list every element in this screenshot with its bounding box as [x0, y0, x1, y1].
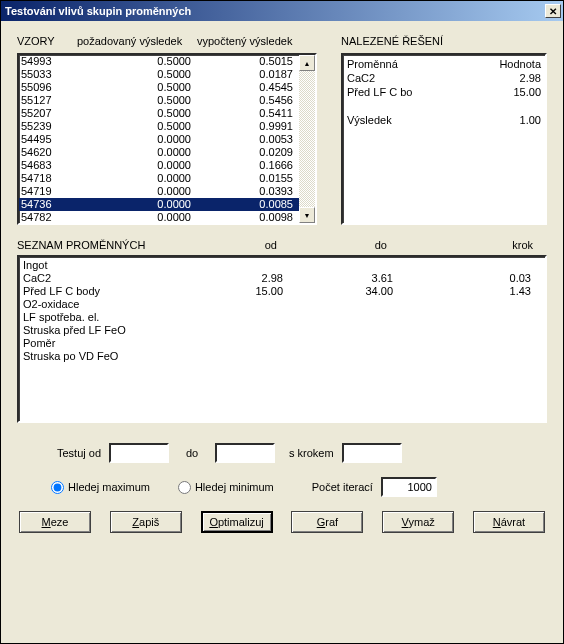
header-nalezene: NALEZENÉ ŘEŠENÍ	[341, 35, 443, 47]
list-item[interactable]: CaC22.98	[347, 71, 541, 85]
vzory-listbox[interactable]: 549930.50000.5015550330.50000.0187550960…	[17, 53, 317, 225]
reseni-header: Proměnná Hodnota	[347, 57, 541, 71]
var-headers: SEZNAM PROMĚNNÝCH od do krok	[17, 239, 547, 251]
label-hledej-max: Hledej maximum	[68, 481, 150, 493]
reseni-result-value: 1.00	[481, 113, 541, 127]
input-iteraci[interactable]	[381, 477, 437, 497]
table-row[interactable]: 546830.00000.1666	[19, 159, 299, 172]
radio-hledej-min[interactable]	[178, 481, 191, 494]
table-row[interactable]: 547360.00000.0085	[19, 198, 299, 211]
list-item[interactable]: CaC22.983.610.03	[23, 272, 541, 285]
radio-hledej-min-wrap[interactable]: Hledej minimum	[178, 481, 274, 494]
reseni-result-label: Výsledek	[347, 113, 481, 127]
scroll-down-button[interactable]: ▼	[299, 207, 315, 223]
list-item[interactable]: Před LF C bo15.00	[347, 85, 541, 99]
table-row[interactable]: 552070.50000.5411	[19, 107, 299, 120]
scroll-track[interactable]	[299, 71, 315, 207]
radio-controls: Hledej maximum Hledej minimum Počet iter…	[37, 477, 527, 497]
header-seznam: SEZNAM PROMĚNNÝCH	[17, 239, 197, 251]
scroll-up-button[interactable]: ▲	[299, 55, 315, 71]
zapis-button[interactable]: Zapiš	[110, 511, 182, 533]
header-pozadovany: požadovaný výsledek	[77, 35, 197, 47]
controls-area: Testuj od do s krokem Hledej maximum Hle…	[17, 443, 547, 497]
table-row[interactable]: 550960.50000.4545	[19, 81, 299, 94]
table-row[interactable]: 550330.50000.0187	[19, 68, 299, 81]
close-button[interactable]: ✕	[545, 4, 561, 18]
optimalizuj-button[interactable]: Optimalizuj	[201, 511, 273, 533]
list-item[interactable]: O2-oxidace	[23, 298, 541, 311]
window-title: Testování vlivů skupin proměnných	[5, 5, 545, 17]
input-od[interactable]	[109, 443, 169, 463]
radio-hledej-max-wrap[interactable]: Hledej maximum	[51, 481, 150, 494]
header-krok: krok	[387, 239, 547, 251]
lists-row: 549930.50000.5015550330.50000.0187550960…	[17, 53, 547, 225]
radio-hledej-max[interactable]	[51, 481, 64, 494]
top-headers: VZORY požadovaný výsledek vypočtený výsl…	[17, 35, 547, 47]
label-testuj-od: Testuj od	[37, 447, 101, 459]
vymaz-button[interactable]: Vymaž	[382, 511, 454, 533]
table-row[interactable]: 547190.00000.0393	[19, 185, 299, 198]
table-row[interactable]: 547820.00000.0098	[19, 211, 299, 223]
table-row[interactable]: 551270.50000.5456	[19, 94, 299, 107]
scrollbar[interactable]: ▲ ▼	[299, 55, 315, 223]
header-od: od	[197, 239, 277, 251]
list-item[interactable]: Poměr	[23, 337, 541, 350]
list-item[interactable]: Struska po VD FeO	[23, 350, 541, 363]
variables-listbox[interactable]: IngotCaC22.983.610.03Před LF C body15.00…	[17, 255, 547, 423]
table-row[interactable]: 549930.50000.5015	[19, 55, 299, 68]
reseni-h-promenna: Proměnná	[347, 57, 481, 71]
header-vzory: VZORY	[17, 35, 77, 47]
list-item[interactable]: Ingot	[23, 259, 541, 272]
reseni-h-hodnota: Hodnota	[481, 57, 541, 71]
table-row[interactable]: 546200.00000.0209	[19, 146, 299, 159]
list-item[interactable]: Před LF C body15.0034.001.43	[23, 285, 541, 298]
reseni-listbox[interactable]: Proměnná Hodnota CaC22.98Před LF C bo15.…	[341, 53, 547, 225]
range-controls: Testuj od do s krokem	[37, 443, 527, 463]
table-row[interactable]: 552390.50000.9991	[19, 120, 299, 133]
table-row[interactable]: 547180.00000.0155	[19, 172, 299, 185]
list-item[interactable]: LF spotřeba. el.	[23, 311, 541, 324]
navrat-button[interactable]: Návrat	[473, 511, 545, 533]
header-vypocteny: vypočtený výsledek	[197, 35, 292, 47]
titlebar: Testování vlivů skupin proměnných ✕	[1, 1, 563, 21]
meze-button[interactable]: Meze	[19, 511, 91, 533]
reseni-result: Výsledek 1.00	[347, 113, 541, 127]
label-do: do	[177, 447, 207, 459]
header-do: do	[277, 239, 387, 251]
list-item[interactable]: Struska před LF FeO	[23, 324, 541, 337]
label-s-krokem: s krokem	[283, 447, 334, 459]
close-icon: ✕	[549, 6, 557, 17]
input-krok[interactable]	[342, 443, 402, 463]
buttons-row: Meze Zapiš Optimalizuj Graf Vymaž Návrat	[17, 511, 547, 533]
content-area: VZORY požadovaný výsledek vypočtený výsl…	[1, 21, 563, 643]
label-pocet-iteraci: Počet iterací	[312, 481, 373, 493]
dialog-window: Testování vlivů skupin proměnných ✕ VZOR…	[0, 0, 564, 644]
label-hledej-min: Hledej minimum	[195, 481, 274, 493]
table-row[interactable]: 544950.00000.0053	[19, 133, 299, 146]
input-do[interactable]	[215, 443, 275, 463]
graf-button[interactable]: Graf	[291, 511, 363, 533]
